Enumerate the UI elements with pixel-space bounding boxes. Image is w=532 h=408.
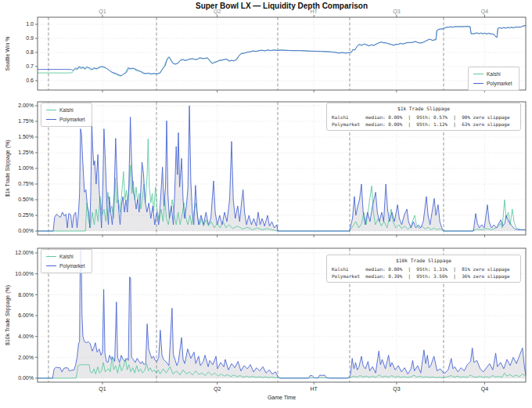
svg-text:$1k Trade Slippage (%): $1k Trade Slippage (%) [5, 139, 11, 197]
stats-row-kalshi-10k: Kalshi median: 0.00% | 95th: 1.31% | 81%… [332, 265, 516, 273]
legend-item-kalshi: Kalshi [46, 106, 85, 115]
svg-text:HT: HT [311, 9, 318, 14]
svg-text:2.00%: 2.00% [18, 355, 34, 360]
svg-text:1.25%: 1.25% [18, 150, 34, 155]
kalshi-line-swatch [46, 256, 56, 257]
svg-text:0.75%: 0.75% [18, 181, 34, 186]
legend-item-kalshi: Kalshi [473, 70, 512, 79]
svg-text:Q2: Q2 [214, 386, 221, 392]
svg-text:Q2: Q2 [214, 9, 221, 15]
stats-title-1k: $1k Trade Slippage [332, 106, 516, 111]
polymarket-line-swatch [473, 83, 483, 84]
svg-text:1.75%: 1.75% [18, 118, 34, 124]
stats-row-kalshi-1k: Kalshi median: 0.00% | 95th: 0.57% | 90%… [332, 114, 516, 121]
kalshi-line-swatch [473, 74, 483, 74]
legend-10k-chart: KalshiPolymarket [41, 249, 92, 273]
svg-text:1.00%: 1.00% [18, 165, 34, 171]
legend-label: Polymarket [59, 115, 85, 125]
svg-text:0.6: 0.6 [26, 78, 34, 83]
svg-text:6.00%: 6.00% [18, 312, 34, 318]
svg-text:0.50%: 0.50% [18, 197, 34, 202]
stats-row-polymarket-1k: Polymarket median: 0.00% | 95th: 1.12% |… [332, 121, 516, 128]
svg-text:Q3: Q3 [393, 386, 400, 392]
legend-item-polymarket: Polymarket [46, 115, 85, 125]
x-axis-label: Game Time [38, 395, 526, 400]
svg-text:$10k Trade Slippage (%): $10k Trade Slippage (%) [5, 285, 11, 345]
svg-text:0.00%: 0.00% [18, 228, 34, 233]
svg-text:2.00%: 2.00% [18, 103, 34, 108]
svg-text:Seattle Win %: Seattle Win % [5, 37, 10, 71]
svg-text:0.9: 0.9 [26, 35, 34, 41]
svg-text:0.7: 0.7 [26, 63, 34, 69]
legend-1k-chart: KalshiPolymarket [41, 103, 92, 127]
svg-text:1.50%: 1.50% [18, 134, 34, 139]
kalshi-line-swatch [46, 110, 56, 110]
svg-text:0.00%: 0.00% [18, 375, 34, 381]
legend-label: Kalshi [59, 106, 74, 115]
legend-item-polymarket: Polymarket [46, 262, 85, 271]
legend-label: Polymarket [487, 79, 512, 88]
svg-text:Q1: Q1 [99, 386, 106, 392]
svg-text:10.00%: 10.00% [15, 271, 34, 276]
svg-text:12.00%: 12.00% [15, 250, 34, 255]
svg-text:1.0: 1.0 [26, 21, 34, 27]
legend-label: Kalshi [487, 70, 501, 79]
legend-label: Kalshi [59, 252, 74, 262]
svg-text:4.00%: 4.00% [18, 334, 34, 339]
svg-text:8.00%: 8.00% [18, 292, 34, 298]
legend-win-chart: KalshiPolymarket [468, 67, 519, 91]
svg-text:Q4: Q4 [481, 386, 488, 392]
polymarket-line-swatch [46, 119, 56, 120]
stats-row-polymarket-10k: Polymarket median: 0.39% | 95th: 3.56% |… [332, 273, 516, 280]
svg-text:HT: HT [311, 386, 318, 392]
polymarket-line-swatch [46, 265, 56, 266]
plot-canvas: 0.60.70.80.91.0Seattle Win %0.00%0.25%0.… [0, 0, 532, 408]
svg-text:Q3: Q3 [393, 9, 400, 15]
svg-text:0.25%: 0.25% [18, 212, 34, 218]
stats-box-1k: $1k Trade Slippage Kalshi median: 0.00% … [326, 103, 521, 131]
legend-label: Polymarket [59, 262, 85, 271]
stats-title-10k: $10k Trade Slippage [332, 258, 516, 263]
legend-item-kalshi: Kalshi [46, 252, 85, 262]
svg-text:Q4: Q4 [481, 9, 488, 15]
stats-box-10k: $10k Trade Slippage Kalshi median: 0.00%… [326, 255, 521, 283]
figure: Super Bowl LX — Liquidity Depth Comparis… [0, 0, 532, 408]
svg-text:0.8: 0.8 [26, 49, 34, 55]
legend-item-polymarket: Polymarket [473, 79, 512, 88]
svg-text:Q1: Q1 [99, 9, 106, 15]
